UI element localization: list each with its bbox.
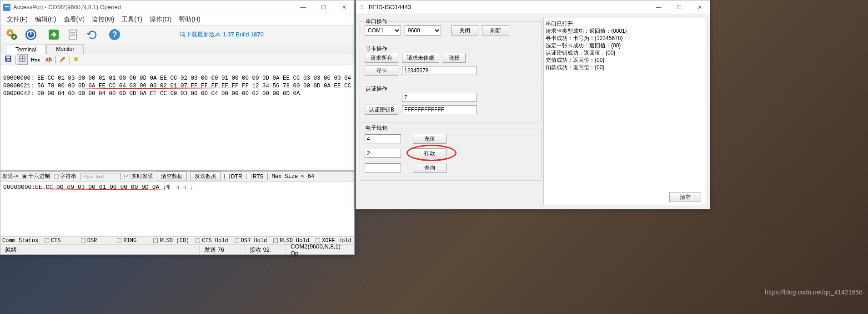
help-icon[interactable]: ? — [106, 26, 123, 43]
query-input[interactable] — [365, 163, 401, 172]
menu-edit[interactable]: 编辑(E) — [32, 15, 59, 25]
deduct-button[interactable]: 扣款 — [413, 148, 447, 158]
block-input[interactable] — [402, 93, 477, 102]
group-auth: 认证操作 认证密钥B — [360, 89, 542, 122]
minimize-button[interactable]: — — [293, 0, 313, 14]
menu-operate[interactable]: 操作(O) — [147, 15, 174, 25]
radio-string[interactable]: 字符串 — [54, 172, 76, 180]
dtr-checkbox[interactable]: DTR — [224, 173, 242, 180]
hex-line: 00000042: 00 00 04 00 00 00 04 00 00 0D … — [3, 91, 354, 97]
svg-point-22 — [74, 57, 78, 61]
baud-select[interactable]: 9600 — [405, 25, 441, 35]
tab-monitor[interactable]: Monitor — [46, 44, 84, 54]
svg-text:?: ? — [112, 30, 117, 39]
grid-icon[interactable] — [17, 54, 28, 65]
cts-led: CTS — [45, 238, 77, 244]
maximize-button[interactable]: ☐ — [313, 0, 334, 14]
java-icon — [359, 4, 366, 11]
refresh-button[interactable]: 刷新 — [482, 25, 509, 35]
tabbar: Terminal Monitor — [0, 44, 354, 54]
send-label: 发送-> — [2, 172, 18, 180]
group-title: 串口操作 — [364, 18, 389, 25]
update-link[interactable]: 请下载最新版本 1.37 Build 1870 — [180, 30, 264, 39]
hex-mode-button[interactable]: Hex — [29, 56, 42, 64]
settings-gear-icon[interactable] — [3, 26, 20, 43]
group-seek: 寻卡操作 请求所有 请求未休眠 选择 寻卡 — [360, 49, 542, 83]
clear-data-button[interactable]: 清空数据 — [157, 172, 187, 181]
power-icon[interactable] — [22, 26, 40, 43]
svg-rect-0 — [4, 5, 10, 10]
group-title: 电子钱包 — [364, 124, 389, 132]
rfid-body: 串口操作 COM1 9600 关闭 刷新 寻卡操作 请求所有 请求未休眠 选择 — [356, 14, 710, 209]
encoding-combo[interactable]: Plain Text — [80, 173, 121, 180]
svg-point-3 — [9, 32, 11, 34]
bug-icon[interactable] — [70, 54, 81, 65]
toolbar: ? 请下载最新版本 1.37 Build 1870 — [0, 25, 354, 44]
log-line: 充值成功：返回值：{00} — [546, 56, 704, 64]
card-id-input[interactable] — [402, 66, 477, 75]
group-wallet: 电子钱包 充值 扣款 查询 — [360, 128, 542, 181]
hex-line: 00000000: EE CC 01 03 00 00 01 01 00 00 … — [3, 75, 354, 81]
query-button[interactable]: 查询 — [413, 163, 447, 173]
menu-monitor[interactable]: 监控(M) — [89, 15, 117, 25]
minimize-button[interactable]: — — [648, 0, 669, 14]
com-select[interactable]: COM1 — [365, 25, 401, 35]
group-serial: 串口操作 COM1 9600 关闭 刷新 — [360, 21, 542, 43]
clear-log-button[interactable]: 清空 — [669, 192, 701, 202]
select-button[interactable]: 选择 — [443, 53, 466, 63]
refresh-icon[interactable] — [83, 26, 100, 43]
tab-terminal[interactable]: Terminal — [6, 45, 45, 54]
hex-send-view[interactable]: 00000000:EE CC 00 09 03 00 01 00 00 00 0… — [0, 182, 354, 236]
group-title: 寻卡操作 — [364, 45, 389, 53]
rlsd-led: RLSD (CD) — [153, 238, 192, 244]
svg-rect-17 — [6, 56, 10, 58]
arrow-export-icon[interactable] — [45, 26, 62, 43]
hex-receive-view[interactable]: 00000000: EE CC 01 03 00 00 01 01 00 00 … — [0, 65, 354, 170]
request-all-button[interactable]: 请求所有 — [365, 53, 398, 63]
seek-card-button[interactable]: 寻卡 — [365, 66, 398, 76]
send-toolbar: 发送-> 十六进制 字符串 Plain Text 实时发送 清空数据 发送数据 … — [0, 172, 354, 182]
log-line: 请求卡类型成功：返回值：{0001} — [546, 27, 704, 35]
menu-help[interactable]: 帮助(H) — [176, 15, 203, 25]
close-port-button[interactable]: 关闭 — [451, 25, 478, 35]
save-icon[interactable] — [2, 54, 14, 65]
document-icon[interactable] — [64, 26, 81, 43]
pencil-icon[interactable] — [57, 54, 68, 65]
status-port: COM2(9600,N,8,1) Op — [286, 245, 354, 254]
rts-checkbox[interactable]: RTS — [246, 173, 264, 180]
svg-line-24 — [78, 57, 79, 58]
ring-led: RING — [117, 238, 150, 244]
maximize-button[interactable]: ☐ — [669, 0, 689, 14]
window-title: AccessPort - COM2(9600,N,8,1) Opened — [13, 4, 293, 10]
log-panel: 串口已打开 请求卡类型成功：返回值：{0001} 寻卡成功：卡号为：{12345… — [543, 18, 706, 205]
titlebar: AccessPort - COM2(9600,N,8,1) Opened — ☐… — [0, 0, 354, 14]
request-idle-button[interactable]: 请求未休眠 — [402, 53, 439, 63]
menu-view[interactable]: 查看(V) — [61, 15, 88, 25]
window-title: RFID-ISO14443 — [369, 4, 648, 10]
ab-mode-button[interactable]: ab — [43, 55, 54, 64]
max-size-label: Max Size < 64 — [271, 173, 314, 180]
recharge-button[interactable]: 充值 — [413, 134, 447, 144]
radio-hex[interactable]: 十六进制 — [22, 172, 50, 180]
rfid-window: RFID-ISO14443 — ☐ ✕ 串口操作 COM1 9600 关闭 刷新 — [356, 0, 710, 209]
app-icon — [3, 4, 10, 11]
auth-key-button[interactable]: 认证密钥B — [365, 105, 398, 115]
comm-status-label: Comm Status — [2, 238, 41, 244]
menu-tools[interactable]: 工具(T) — [119, 15, 145, 25]
log-line: 认证密钥成功：返回值：{00} — [546, 49, 704, 56]
svg-rect-10 — [69, 30, 76, 39]
sub-toolbar: Hex ab — [0, 54, 354, 65]
key-input[interactable] — [402, 105, 477, 114]
status-ready: 就绪 — [0, 245, 200, 254]
realtime-checkbox[interactable]: 实时发送 — [125, 172, 153, 180]
send-data-button[interactable]: 发送数据 — [191, 172, 221, 181]
recharge-input[interactable] — [365, 134, 401, 143]
close-button[interactable]: ✕ — [334, 0, 354, 14]
svg-rect-18 — [7, 59, 10, 61]
close-button[interactable]: ✕ — [689, 0, 710, 14]
menu-file[interactable]: 文件(F) — [4, 15, 30, 25]
accessport-window: AccessPort - COM2(9600,N,8,1) Opened — ☐… — [0, 0, 355, 255]
watermark: https://blog.csdn.net/qq_41421658 — [765, 289, 863, 296]
deduct-input[interactable] — [365, 149, 401, 158]
status-bar: 就绪 发送 76 接收 92 COM2(9600,N,8,1) Op — [0, 244, 354, 254]
